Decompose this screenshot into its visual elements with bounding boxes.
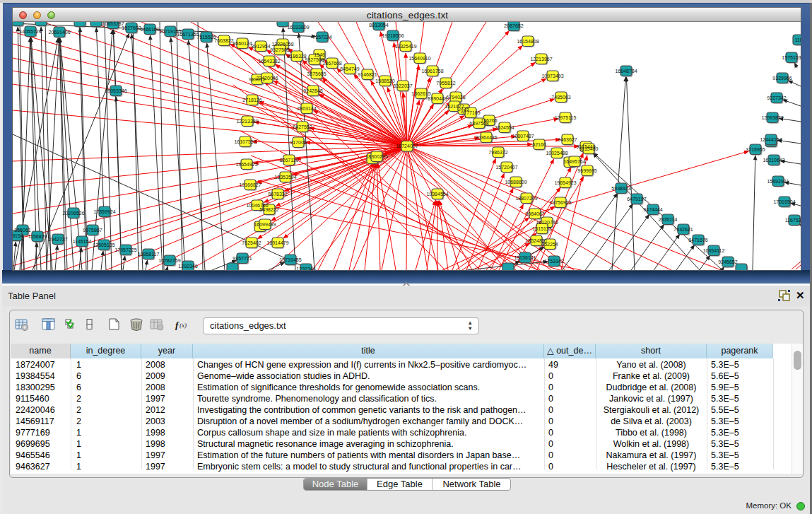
svg-text:1753342: 1753342 <box>544 259 563 264</box>
svg-text:8454749: 8454749 <box>340 66 359 71</box>
svg-text:2087682: 2087682 <box>504 23 523 28</box>
svg-text:1527602: 1527602 <box>122 25 141 30</box>
svg-text:14055724: 14055724 <box>19 29 41 34</box>
svg-text:12444154: 12444154 <box>760 137 782 142</box>
svg-text:8267110: 8267110 <box>280 158 299 163</box>
svg-text:9975867: 9975867 <box>83 228 102 233</box>
svg-text:917006: 917006 <box>290 140 306 145</box>
svg-text:855061: 855061 <box>14 228 30 233</box>
svg-text:7485063: 7485063 <box>551 95 570 100</box>
svg-text:2942737: 2942737 <box>48 237 67 242</box>
svg-text:9115460: 9115460 <box>579 146 599 151</box>
svg-text:10973493: 10973493 <box>541 74 563 78</box>
svg-text:9777169: 9777169 <box>461 110 480 115</box>
svg-text:16782759: 16782759 <box>158 258 180 263</box>
svg-text:16543382: 16543382 <box>258 59 280 64</box>
svg-text:16120746: 16120746 <box>536 220 558 225</box>
svg-text:10807487: 10807487 <box>512 134 534 139</box>
svg-text:118: 118 <box>794 37 801 42</box>
svg-text:8813054: 8813054 <box>369 23 388 28</box>
svg-text:15136141: 15136141 <box>514 255 536 260</box>
svg-text:8427552: 8427552 <box>293 124 312 129</box>
svg-text:3875685: 3875685 <box>307 71 326 76</box>
svg-text:10653287: 10653287 <box>102 22 124 26</box>
svg-text:7986372: 7986372 <box>488 150 507 155</box>
svg-text:39154: 39154 <box>13 233 23 238</box>
svg-text:19384554: 19384554 <box>426 192 448 197</box>
svg-text:2803144: 2803144 <box>297 106 316 111</box>
svg-text:12975115: 12975115 <box>555 115 577 120</box>
svg-text:9084067: 9084067 <box>525 211 544 216</box>
svg-text:8912954: 8912954 <box>251 44 270 49</box>
svg-text:3215955: 3215955 <box>746 147 765 152</box>
svg-text:7625402: 7625402 <box>242 240 261 245</box>
svg-text:16210643: 16210643 <box>763 158 784 163</box>
svg-text:6479197: 6479197 <box>627 197 646 201</box>
svg-text:15720407: 15720407 <box>495 165 517 170</box>
svg-text:16495764: 16495764 <box>563 159 585 164</box>
svg-text:10958117: 10958117 <box>138 252 160 257</box>
svg-text:20206526: 20206526 <box>62 211 84 216</box>
svg-text:19218506: 19218506 <box>382 33 404 38</box>
svg-text:252254: 252254 <box>541 242 558 247</box>
svg-text:16671355: 16671355 <box>177 32 199 37</box>
svg-text:1546: 1546 <box>314 52 325 57</box>
svg-text:22420046: 22420046 <box>256 76 278 81</box>
svg-text:29053346: 29053346 <box>105 88 126 93</box>
svg-text:7515526: 7515526 <box>196 35 216 40</box>
svg-text:15692971: 15692971 <box>767 179 789 184</box>
svg-text:16961758: 16961758 <box>421 69 443 74</box>
svg-text:9245652: 9245652 <box>718 259 737 264</box>
svg-text:2718126: 2718126 <box>242 98 261 103</box>
svg-text:16099489: 16099489 <box>254 222 276 227</box>
svg-text:2935114: 2935114 <box>659 217 678 222</box>
svg-text:20691406: 20691406 <box>48 30 70 35</box>
svg-text:13325419: 13325419 <box>394 44 416 49</box>
svg-text:8660124: 8660124 <box>233 41 252 46</box>
svg-text:8186328: 8186328 <box>287 54 306 59</box>
svg-text:5938923: 5938923 <box>611 186 630 191</box>
svg-text:9474444: 9474444 <box>643 207 662 212</box>
svg-text:1156829: 1156829 <box>28 234 47 239</box>
svg-text:8471676: 8471676 <box>688 238 707 243</box>
svg-text:9227342: 9227342 <box>767 95 786 100</box>
svg-text:9146821: 9146821 <box>358 72 377 77</box>
svg-text:1292346: 1292346 <box>296 267 315 271</box>
svg-text:16107553: 16107553 <box>234 139 256 144</box>
svg-text:6794028: 6794028 <box>446 95 465 100</box>
svg-text:7955812: 7955812 <box>436 81 455 86</box>
svg-text:13226058: 13226058 <box>271 42 293 47</box>
svg-text:1167535: 1167535 <box>785 218 801 223</box>
svg-text:16154808: 16154808 <box>517 39 539 44</box>
svg-text:19654925: 19654925 <box>235 162 257 167</box>
svg-text:20364436: 20364436 <box>475 135 497 140</box>
svg-text:10654112: 10654112 <box>703 248 725 253</box>
svg-text:9327503: 9327503 <box>270 47 289 52</box>
svg-text:12505135: 12505135 <box>93 243 114 247</box>
svg-text:9242848: 9242848 <box>303 88 322 93</box>
svg-text:9327508: 9327508 <box>305 57 324 62</box>
svg-text:2867608: 2867608 <box>322 61 341 66</box>
svg-text:1145154: 1145154 <box>73 239 92 244</box>
svg-text:7632621: 7632621 <box>673 227 693 232</box>
svg-text:18300295: 18300295 <box>365 154 387 159</box>
svg-text:12093872: 12093872 <box>761 115 783 120</box>
svg-text:8990448: 8990448 <box>428 96 447 101</box>
svg-text:9463627: 9463627 <box>558 137 577 142</box>
svg-text:19166827: 19166827 <box>239 182 261 187</box>
svg-text:8322037: 8322037 <box>393 83 412 88</box>
svg-text:17016504: 17016504 <box>773 199 795 204</box>
svg-text:62160: 62160 <box>532 142 546 147</box>
svg-text:16033809: 16033809 <box>287 25 309 30</box>
svg-text:9699695: 9699695 <box>577 168 596 173</box>
svg-text:12213967: 12213967 <box>530 57 552 62</box>
svg-text:6466160: 6466160 <box>140 27 159 32</box>
svg-text:1575103: 1575103 <box>782 55 801 60</box>
svg-text:17359924: 17359924 <box>93 209 115 214</box>
svg-text:(x): (x) <box>180 322 187 329</box>
svg-text:7663822: 7663822 <box>214 38 233 43</box>
svg-text:9857771: 9857771 <box>233 256 252 261</box>
svg-text:19756928: 19756928 <box>549 200 571 205</box>
svg-text:19654923: 19654923 <box>554 180 576 185</box>
svg-text:17957225: 17957225 <box>114 247 136 252</box>
